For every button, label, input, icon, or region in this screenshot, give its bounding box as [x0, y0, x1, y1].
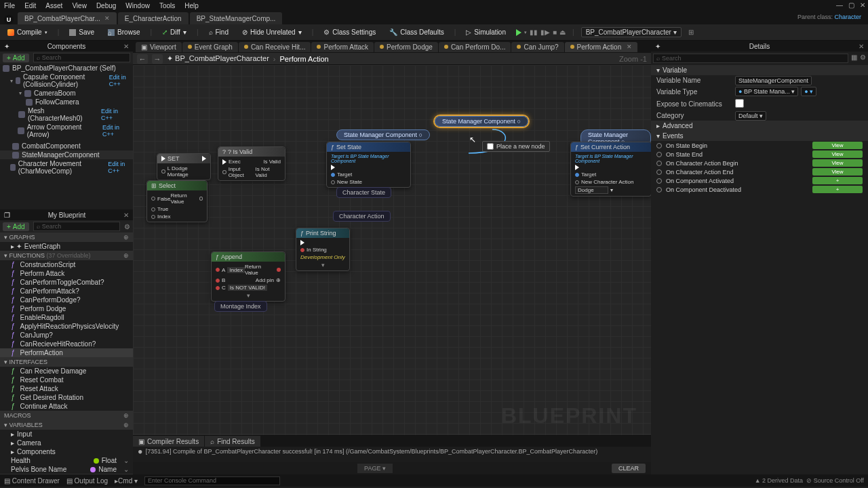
variable-name-input[interactable]: StateManagerComponent	[735, 76, 812, 85]
compile-button[interactable]: Compile ▾	[4, 27, 51, 37]
component-item[interactable]: Mesh (CharacterMesh0)Edit in C++	[0, 106, 133, 123]
pin-icon[interactable]	[151, 207, 155, 211]
interface-item[interactable]: Reset Attack	[0, 384, 133, 393]
component-item[interactable]: StateManagerComponent	[0, 150, 133, 159]
crumb-class[interactable]: ✦ BP_CombatPlayerCharacter	[167, 54, 269, 63]
gear-icon[interactable]: ⚙	[860, 54, 866, 63]
node-set[interactable]: SET L Dodge Montage	[157, 153, 211, 180]
macros-section[interactable]: Macros⊕	[0, 411, 133, 420]
var-state-manager-component[interactable]: State Manager Component ○	[336, 129, 430, 140]
save-button[interactable]: Save	[66, 27, 98, 37]
tab-perform-dodge[interactable]: Perform Dodge	[374, 42, 438, 52]
diff-button[interactable]: ⤢Diff ▾	[159, 27, 190, 37]
variables-section[interactable]: ▾ Variables⊕	[0, 420, 133, 430]
tab-perform-attack[interactable]: Perform Attack	[311, 42, 374, 52]
expand-icon[interactable]: ⊞	[688, 28, 694, 36]
window-close-icon[interactable]: ✕	[860, 1, 865, 9]
close-icon[interactable]: ✕	[104, 15, 110, 22]
crumb-function[interactable]: Perform Action	[280, 55, 329, 63]
tab-e-character-action[interactable]: E_CharacterAction	[118, 12, 189, 24]
stop-button[interactable]: ■	[553, 28, 557, 36]
tab-bp-combat-player[interactable]: BP_CombatPlayerChar...✕	[18, 12, 117, 24]
details-search[interactable]: Search	[653, 54, 848, 63]
pin-icon[interactable]	[222, 170, 226, 174]
skip-button[interactable]: ▮▶	[540, 28, 550, 36]
expose-cine-checkbox[interactable]	[735, 99, 744, 108]
node-character-state[interactable]: Character State	[336, 187, 391, 198]
var-group[interactable]: ▸ Input	[0, 430, 133, 439]
node-select[interactable]: ⊞ Select FalseReturn Value True Index	[146, 180, 208, 222]
edit-cpp-link[interactable]: Edit in C++	[109, 74, 130, 87]
add-new-button[interactable]: Add	[3, 222, 29, 231]
play-button[interactable]	[516, 29, 521, 36]
pin-icon[interactable]	[216, 286, 220, 290]
var-group[interactable]: ▸ Camera	[0, 439, 133, 447]
chevron-down-icon[interactable]: ⌄	[123, 457, 129, 464]
pin-icon[interactable]	[216, 268, 220, 272]
pin-icon[interactable]	[216, 279, 220, 283]
component-item[interactable]: ▾Capsule Component (CollisionCylinder)Ed…	[0, 73, 133, 89]
menu-help[interactable]: Help	[184, 2, 199, 9]
close-icon[interactable]: ✕	[859, 43, 864, 50]
blueprint-graph[interactable]: SET L Dodge Montage ?? Is Valid ExecIs V…	[133, 65, 651, 435]
edit-cpp-link[interactable]: Edit in C++	[102, 124, 130, 138]
nav-back-button[interactable]: ←	[137, 54, 148, 64]
console-input[interactable]: Enter Console Command	[144, 476, 280, 485]
tab-find-results[interactable]: ⌕ Find Results	[205, 436, 260, 447]
tab-can-perform-do[interactable]: Can Perform Do...	[439, 42, 511, 52]
tab-viewport[interactable]: ▣ Viewport	[136, 42, 182, 52]
interfaces-section[interactable]: ▾ Interfaces	[0, 357, 133, 367]
exec-pin[interactable]	[300, 240, 304, 245]
source-control-button[interactable]: ⊘ Source Control Off	[806, 477, 864, 484]
add-icon[interactable]: ⊕	[123, 412, 129, 419]
pin-icon[interactable]	[331, 180, 335, 184]
menu-debug[interactable]: Debug	[96, 2, 116, 9]
find-button[interactable]: ⌕Find	[205, 27, 232, 37]
function-item[interactable]: Perform Dodge	[0, 304, 133, 313]
pin-icon[interactable]	[151, 215, 155, 219]
node-character-action[interactable]: Character Action	[333, 211, 391, 222]
output-log-button[interactable]: ▤ Output Log	[66, 477, 108, 485]
debug-object-selector[interactable]: BP_CombatPlayerCharacter ▾	[581, 27, 682, 37]
parent-class[interactable]: Character	[834, 14, 861, 20]
add-icon[interactable]: ⊕	[123, 252, 129, 259]
function-item[interactable]: CanPerformDodge?	[0, 296, 133, 304]
node-montage-index[interactable]: Montage Index	[214, 301, 267, 312]
event-view-button[interactable]: View	[812, 142, 863, 149]
component-root[interactable]: BP_CombatPlayerCharacter (Self)	[0, 64, 133, 73]
myblueprint-search[interactable]: Search	[33, 222, 120, 231]
interface-item[interactable]: Get Desired Rotation	[0, 393, 133, 402]
exec-pin[interactable]	[331, 165, 335, 170]
class-defaults-button[interactable]: 🔧Class Defaults	[386, 27, 447, 37]
pause-button[interactable]: ▮▮	[530, 28, 538, 36]
chevron-down-icon[interactable]: ⌄	[123, 466, 129, 473]
dispatchers-section[interactable]: Event Dispatchers⊕	[0, 474, 133, 474]
window-maximize-icon[interactable]: ▢	[848, 1, 854, 9]
pin-icon[interactable]	[300, 248, 304, 252]
pin-icon[interactable]	[161, 169, 165, 174]
graphs-section[interactable]: ▾ Graphs⊕	[0, 232, 133, 242]
event-add-button[interactable]	[812, 186, 863, 193]
add-icon[interactable]: ⊕	[123, 422, 129, 428]
function-item[interactable]: EnableRagdoll	[0, 313, 133, 322]
tab-compiler-results[interactable]: ▣ Compiler Results	[133, 436, 204, 447]
component-item[interactable]: ▾CameraBoom	[0, 89, 133, 98]
function-item[interactable]: PerformAction	[0, 348, 133, 357]
pin-icon[interactable]	[151, 197, 155, 201]
close-icon[interactable]: ✕	[123, 211, 129, 219]
menu-file[interactable]: File	[4, 2, 15, 9]
tab-can-jump[interactable]: Can Jump?	[511, 42, 564, 52]
close-icon[interactable]: ✕	[123, 43, 129, 50]
function-item[interactable]: CanRecieveHitReaction?	[0, 340, 133, 348]
component-item[interactable]: Arrow Component (Arrow)Edit in C++	[0, 123, 133, 139]
interface-item[interactable]: Reset Combat	[0, 375, 133, 384]
var-state-manager-component-highlighted[interactable]: State Manager Component ○	[435, 116, 528, 127]
function-item[interactable]: Perform Attack	[0, 269, 133, 278]
derived-data-badge[interactable]: ▲ 2 Derived Data	[755, 477, 803, 484]
variable-item[interactable]: HealthFloat⌄	[0, 456, 133, 465]
nav-fwd-button[interactable]: →	[152, 54, 163, 64]
node-append[interactable]: ƒ Append A IndexReturn Value BAdd pin ⊕ …	[211, 251, 285, 302]
add-icon[interactable]: ⊕	[123, 234, 129, 241]
gear-icon[interactable]: ⚙	[124, 223, 130, 230]
play-dropdown[interactable]: ▾	[524, 30, 527, 35]
